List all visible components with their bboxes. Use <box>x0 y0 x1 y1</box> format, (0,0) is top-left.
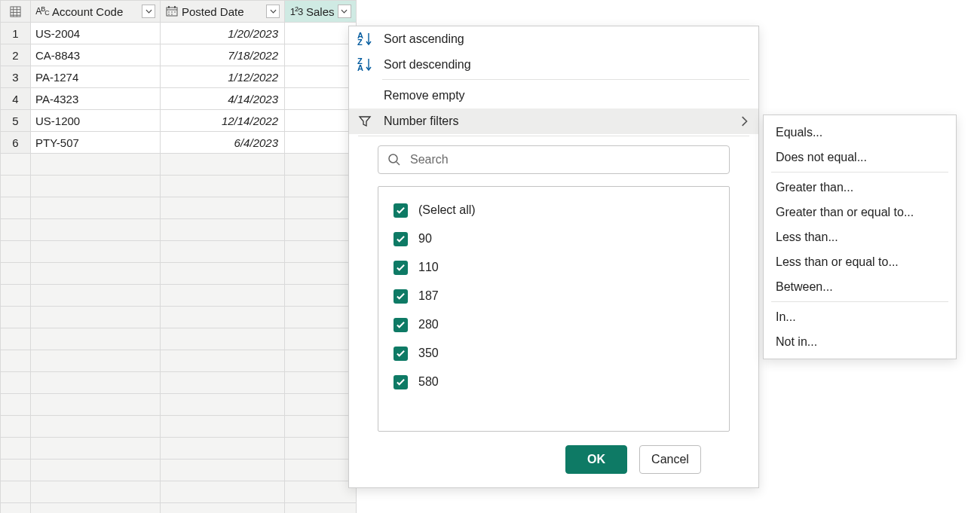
table-row-empty <box>1 394 357 416</box>
column-filter-button[interactable] <box>338 5 351 18</box>
select-all-item[interactable]: (Select all) <box>394 200 714 220</box>
checkbox-checked-icon[interactable] <box>394 347 408 361</box>
equals-item[interactable]: Equals... <box>764 120 956 145</box>
table-row-empty <box>1 350 357 372</box>
filter-value-item[interactable]: 90 <box>394 229 714 249</box>
cell-sales[interactable] <box>285 66 357 88</box>
less-than-equal-item[interactable]: Less than or equal to... <box>764 249 956 274</box>
checkbox-checked-icon[interactable] <box>394 232 408 246</box>
sort-asc-icon: AZ <box>357 32 373 46</box>
menu-item-label: Sort ascending <box>384 32 748 46</box>
table-row-empty <box>1 328 357 350</box>
checkbox-checked-icon[interactable] <box>394 318 408 332</box>
table-row-empty <box>1 263 357 285</box>
svg-rect-9 <box>174 6 176 8</box>
table-row-empty <box>1 503 357 514</box>
table-row-empty <box>1 307 357 328</box>
column-label: Posted Date <box>182 5 263 18</box>
search-icon <box>387 153 401 166</box>
cell-account-code[interactable]: US-1200 <box>31 110 161 132</box>
table-row-empty <box>1 285 357 307</box>
sort-desc-icon: ZA <box>357 58 373 72</box>
menu-item-label: Less than or equal to... <box>776 255 899 269</box>
ok-button[interactable]: OK <box>565 445 627 474</box>
table-row-empty <box>1 416 357 438</box>
sort-descending-item[interactable]: ZA Sort descending <box>349 52 758 78</box>
menu-separator <box>382 79 749 80</box>
cell-sales[interactable] <box>285 88 357 110</box>
table-row[interactable]: 5 US-1200 12/14/2022 <box>1 110 357 132</box>
between-item[interactable]: Between... <box>764 274 956 299</box>
cancel-button[interactable]: Cancel <box>639 445 701 474</box>
column-filter-button[interactable] <box>266 5 280 18</box>
table-row[interactable]: 6 PTY-507 6/4/2023 <box>1 132 357 154</box>
search-input[interactable] <box>409 152 720 167</box>
filter-search-box[interactable] <box>378 145 730 174</box>
in-item[interactable]: In... <box>764 304 956 329</box>
table-row-empty <box>1 176 357 197</box>
menu-item-label: Not in... <box>776 335 817 349</box>
cell-sales[interactable] <box>285 132 357 154</box>
greater-than-equal-item[interactable]: Greater than or equal to... <box>764 200 956 224</box>
cell-posted-date[interactable]: 12/14/2022 <box>161 110 285 132</box>
table-corner[interactable] <box>1 1 31 23</box>
table-row-empty <box>1 438 357 460</box>
svg-point-17 <box>389 154 397 163</box>
checkbox-checked-icon[interactable] <box>394 375 408 389</box>
table-row[interactable]: 2 CA-8843 7/18/2022 <box>1 44 357 66</box>
chevron-right-icon <box>740 116 748 127</box>
number-type-icon: 123 <box>289 6 303 17</box>
cell-account-code[interactable]: PA-1274 <box>31 66 161 88</box>
cell-posted-date[interactable]: 6/4/2023 <box>161 132 285 154</box>
cell-posted-date[interactable]: 1/20/2023 <box>161 23 285 44</box>
cell-sales[interactable] <box>285 44 357 66</box>
cell-posted-date[interactable]: 1/12/2022 <box>161 66 285 88</box>
value-label: 580 <box>418 375 439 389</box>
filter-value-item[interactable]: 110 <box>394 258 714 277</box>
cell-account-code[interactable]: CA-8843 <box>31 44 161 66</box>
chevron-down-icon <box>341 9 348 14</box>
cell-account-code[interactable]: PTY-507 <box>31 132 161 154</box>
cell-sales[interactable] <box>285 23 357 44</box>
checkbox-checked-icon[interactable] <box>394 289 408 304</box>
checkbox-checked-icon[interactable] <box>394 261 408 275</box>
cell-account-code[interactable]: US-2004 <box>31 23 161 44</box>
remove-empty-item[interactable]: Remove empty <box>349 83 758 108</box>
table-row[interactable]: 4 PA-4323 4/14/2023 <box>1 88 357 110</box>
column-header-posted-date[interactable]: Posted Date <box>161 1 285 23</box>
table-row-empty <box>1 460 357 481</box>
filter-value-item[interactable]: 580 <box>394 372 714 392</box>
checkbox-checked-icon[interactable] <box>394 203 408 218</box>
menu-item-label: Remove empty <box>384 89 748 102</box>
number-filters-submenu: Equals... Does not equal... Greater than… <box>763 115 957 359</box>
value-label: (Select all) <box>418 203 476 217</box>
not-in-item[interactable]: Not in... <box>764 329 956 354</box>
cell-posted-date[interactable]: 7/18/2022 <box>161 44 285 66</box>
filter-value-item[interactable]: 350 <box>394 344 714 363</box>
row-number: 2 <box>1 44 31 66</box>
less-than-item[interactable]: Less than... <box>764 224 956 249</box>
table-row-empty <box>1 154 357 176</box>
menu-item-label: Greater than... <box>776 181 853 194</box>
table-row[interactable]: 1 US-2004 1/20/2023 <box>1 23 357 44</box>
column-header-sales[interactable]: 123 Sales <box>285 1 357 23</box>
svg-point-12 <box>174 11 176 13</box>
filter-value-item[interactable]: 187 <box>394 286 714 306</box>
greater-than-item[interactable]: Greater than... <box>764 175 956 200</box>
table-row[interactable]: 3 PA-1274 1/12/2022 <box>1 66 357 88</box>
does-not-equal-item[interactable]: Does not equal... <box>764 145 956 169</box>
date-type-icon <box>165 6 179 17</box>
button-label: OK <box>587 453 605 466</box>
cell-account-code[interactable]: PA-4323 <box>31 88 161 110</box>
number-filters-item[interactable]: Number filters <box>349 108 758 134</box>
filter-value-item[interactable]: 280 <box>394 315 714 334</box>
sort-ascending-item[interactable]: AZ Sort ascending <box>349 26 758 52</box>
column-filter-button[interactable] <box>142 5 155 18</box>
row-number: 4 <box>1 88 31 110</box>
cell-posted-date[interactable]: 4/14/2023 <box>161 88 285 110</box>
cell-sales[interactable] <box>285 110 357 132</box>
value-label: 280 <box>418 318 439 331</box>
table-row-empty <box>1 197 357 219</box>
column-header-account-code[interactable]: ABC Account Code <box>31 1 161 23</box>
menu-separator <box>358 136 749 136</box>
